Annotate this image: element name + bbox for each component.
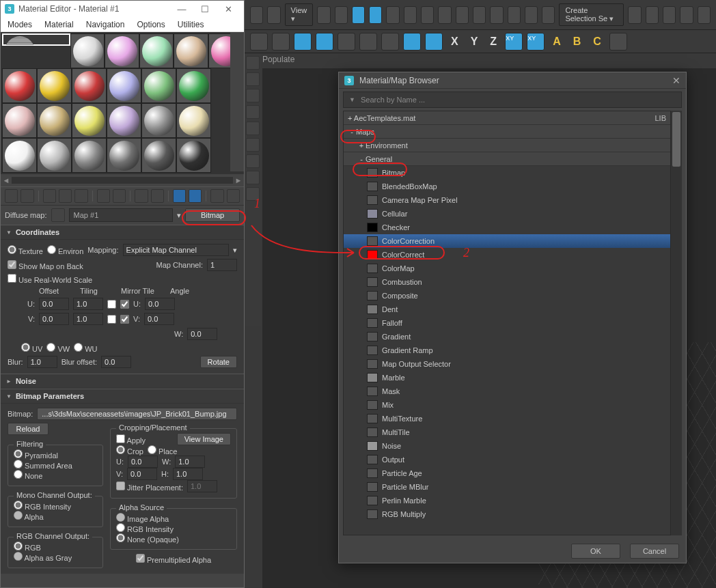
tool-c2[interactable] [438, 6, 451, 24]
offset-v-spinner[interactable]: 0.0 [39, 313, 69, 325]
map-channel-spinner[interactable]: 1 [207, 259, 237, 271]
rgb-rgb-radio[interactable] [14, 542, 23, 550]
browser-titlebar[interactable]: 3 Material/Map Browser ✕ [339, 72, 686, 89]
sub-a[interactable] [250, 33, 268, 51]
lt-1[interactable] [246, 56, 260, 70]
rotate-button[interactable]: Rotate [200, 356, 237, 368]
tool-snap[interactable] [490, 6, 503, 24]
browser-map-item[interactable]: Particle Age [344, 466, 670, 480]
vt-preview[interactable] [230, 108, 244, 122]
lt-6[interactable] [246, 138, 260, 152]
browser-map-item[interactable]: ColorCorrection [344, 234, 670, 248]
sample-slot[interactable] [141, 103, 176, 138]
sample-slot[interactable] [107, 68, 141, 103]
view-image-button[interactable]: View Image [177, 433, 231, 445]
browser-map-item[interactable]: Output [344, 453, 670, 466]
browser-map-item[interactable]: Perlin Marble [344, 494, 670, 507]
scroll-track[interactable] [12, 177, 233, 184]
axis-x[interactable]: X [447, 36, 463, 48]
browser-map-item[interactable]: Checker [344, 221, 670, 234]
browser-map-item[interactable]: Gradient Ramp [344, 344, 670, 357]
axis-y[interactable]: Y [467, 36, 482, 48]
vt-select[interactable] [230, 138, 244, 152]
browser-map-item[interactable]: Dent [344, 303, 670, 316]
tiling-v-spinner[interactable]: 1.0 [73, 313, 103, 325]
crop-v-spinner[interactable]: 0.0 [127, 468, 157, 480]
mirror-u-check[interactable] [107, 300, 116, 309]
sample-slot[interactable] [2, 138, 37, 173]
sub-e[interactable] [338, 33, 355, 51]
tool-c1[interactable] [421, 6, 434, 24]
sample-slot[interactable] [72, 138, 107, 173]
scrollbar-thumb[interactable] [672, 112, 680, 167]
sample-slot[interactable] [37, 68, 72, 103]
browser-map-item[interactable]: Cellular [344, 207, 670, 221]
tiling-u-spinner[interactable]: 1.0 [73, 298, 103, 310]
tool-select[interactable] [352, 6, 365, 24]
lt-2[interactable] [246, 72, 260, 86]
browser-map-item[interactable]: MultiTile [344, 425, 670, 439]
sample-slot[interactable] [2, 33, 70, 46]
tool-align[interactable] [646, 6, 659, 24]
sample-slot[interactable] [2, 103, 37, 138]
apply-check[interactable] [116, 434, 125, 443]
environ-radio[interactable] [47, 245, 56, 254]
sample-slot[interactable] [174, 33, 208, 68]
reload-button[interactable]: Reload [8, 423, 49, 435]
browser-map-item[interactable]: Noise [344, 439, 670, 453]
axis-z[interactable]: Z [486, 36, 501, 48]
tool-redo[interactable] [267, 6, 280, 24]
sample-slot[interactable] [141, 68, 176, 103]
tb-material-id[interactable] [151, 189, 164, 203]
sub-c[interactable] [294, 33, 312, 51]
tb-go-parent[interactable] [210, 189, 223, 203]
browser-map-item[interactable]: Map Output Selector [344, 357, 670, 371]
tool-explorer[interactable] [680, 6, 693, 24]
lt-4[interactable] [246, 105, 260, 119]
sample-slot[interactable] [139, 33, 174, 68]
crop-u-spinner[interactable]: 0.0 [128, 456, 158, 468]
close-button[interactable]: ✕ [217, 4, 240, 14]
browser-map-item[interactable]: BlendedBoxMap [344, 180, 670, 193]
sample-slot[interactable] [72, 103, 107, 138]
browser-map-item[interactable]: Composite [344, 289, 670, 303]
tb-put-library[interactable] [135, 189, 148, 203]
tb-go-sibling[interactable] [227, 189, 240, 203]
vw-radio[interactable] [46, 343, 55, 352]
browser-tree[interactable]: + AecTemplates.matLIB-Maps+Environment-G… [343, 111, 671, 535]
browser-map-item[interactable]: Bitmap [344, 166, 670, 180]
vt-sample-type[interactable] [230, 33, 244, 46]
menu-modes[interactable]: Modes [8, 20, 32, 29]
vt-uv-tiling[interactable] [230, 78, 244, 92]
blur-offset-spinner[interactable]: 0.0 [101, 356, 131, 368]
browser-map-item[interactable]: Falloff [344, 316, 670, 330]
tool-mirror[interactable] [628, 6, 641, 24]
tool-angle[interactable] [508, 6, 521, 24]
ok-button[interactable]: OK [571, 544, 620, 559]
angle-v-spinner[interactable]: 0.0 [144, 313, 174, 325]
crop-w-spinner[interactable]: 1.0 [175, 456, 205, 468]
uv-radio[interactable] [21, 343, 30, 352]
browser-item[interactable]: +Environment [344, 139, 670, 152]
tb-get-material[interactable] [5, 189, 18, 203]
sample-slot[interactable] [107, 103, 141, 138]
browser-map-item[interactable]: Camera Map Per Pixel [344, 193, 670, 207]
sub-b[interactable] [272, 33, 290, 51]
tool-move[interactable] [369, 6, 382, 24]
sample-slot[interactable] [2, 68, 37, 103]
lt-8[interactable] [246, 171, 260, 184]
crop-h-spinner[interactable]: 1.0 [173, 468, 203, 480]
tool-undo[interactable] [250, 6, 263, 24]
maximize-button[interactable]: ☐ [193, 4, 217, 14]
browser-map-item[interactable]: Particle MBlur [344, 480, 670, 494]
lt-7[interactable] [246, 154, 260, 168]
pick-icon[interactable] [51, 208, 65, 222]
sample-slot[interactable] [176, 103, 211, 138]
vt-options[interactable] [230, 123, 244, 137]
tb-delete[interactable] [74, 189, 87, 203]
selset-c[interactable]: C [589, 36, 605, 48]
browser-map-item[interactable]: MultiTexture [344, 412, 670, 425]
view-dropdown[interactable]: View ▾ [285, 3, 314, 26]
browser-scrollbar[interactable] [671, 111, 682, 535]
minimize-button[interactable]: — [170, 4, 193, 14]
